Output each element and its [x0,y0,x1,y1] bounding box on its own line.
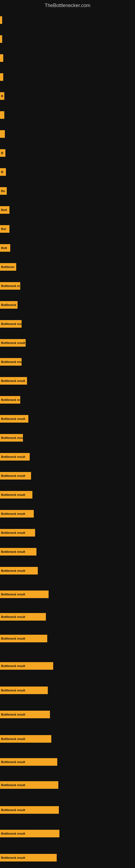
bar-label: Bottleneck result [1,832,25,835]
bar-label: Bottleneck result [1,474,25,477]
bar-item [0,130,5,138]
bar-label: Bottleneck result [1,593,25,596]
bar-label: Bottleneck result [1,341,25,344]
bar-label: Bottleneck resu [1,436,23,439]
bar-label: Bottleneck re [1,398,20,401]
bar-item [0,111,4,119]
bar-label: Bottleneck re [1,284,20,287]
bar-label: B [1,151,3,155]
bar-item: Bottleneck result [0,548,37,556]
bar-item: Bottleneck resu [0,434,23,442]
bar-item: Bottleneck res [0,320,21,328]
bar-label: Bottleneck res [1,322,21,326]
bar-item: Bottleneck result [0,711,50,718]
bar-item: Bottleneck result [0,377,27,384]
bar-item: Bottleneck res [0,358,21,366]
bar-label: Bottleneck result [1,379,25,382]
bar-item: Bottleneck result [0,613,46,621]
bar-label: Bottleneck result [1,512,25,516]
bar-label: Bottleneck result [1,783,25,786]
bar-item: Bo [0,187,7,195]
bar-label: Bottleneck result [1,713,25,716]
bar-item: Bottleneck [0,301,17,309]
bar-label: Bottleneck result [1,569,25,572]
bar-item: Bottleneck result [0,472,31,479]
bar-item [0,35,2,43]
bar-item: Bottleneck result [0,415,28,423]
bar-item: Bottleneck re [0,282,20,290]
site-title: TheBottlenecker.com [0,0,135,10]
bar-item: Bottleneck result [0,735,51,743]
bar-item: Bottleneck result [0,806,59,814]
bar-label: Bottleneck res [1,360,21,364]
bar-label: Bottleneck result [1,737,25,741]
bar-label: Bottleneck result [1,664,25,668]
bar-item: Bottleneck result [0,529,35,536]
bar-label: Bottleneck result [1,455,25,458]
bar-label: Bottleneck result [1,493,25,496]
bar-item: Bottleneck result [0,567,38,575]
bar-item: B [0,92,4,100]
bar-label: Bott [1,208,7,212]
chart-area: TheBottlenecker.com BBBBoBottBotBottBott… [0,0,135,868]
bar-item [0,54,3,62]
bar-label: Bo [1,189,5,193]
bar-item [0,16,2,24]
bar-label: Bottleneck result [1,615,25,618]
bar-item: Bottleneck result [0,758,57,766]
bar-item: Bottleneck re [0,396,20,404]
bar-item: Bott [0,206,9,214]
bar-item: Bottleneck result [0,830,59,837]
bar-label: B [1,94,3,98]
bar-label: Bottlenec [1,265,14,269]
bar-label: B [1,170,3,174]
bar-item: Bot [0,225,9,233]
bar-item: Bottleneck result [0,635,47,642]
bar-item: Bottleneck result [0,590,49,598]
bar-label: Bottleneck result [1,856,25,859]
bar-item: Bottleneck result [0,453,30,461]
bar-label: Bott [1,246,7,250]
bar-label: Bottleneck result [1,808,25,812]
bar-item: Bottleneck result [0,662,53,670]
bar-label: Bottleneck result [1,760,25,764]
bar-item: B [0,149,5,157]
bar-item: Bottleneck result [0,491,32,499]
bar-item: Bottleneck result [0,781,58,789]
bar-label: Bottleneck [1,303,16,307]
bar-item [0,73,3,81]
bar-item: Bottleneck result [0,854,57,862]
bar-item: Bottleneck result [0,510,34,518]
bar-label: Bot [1,227,6,230]
bar-item: B [0,168,6,176]
bar-label: Bottleneck result [1,689,25,692]
bar-label: Bottleneck result [1,637,25,640]
bar-item: Bottleneck result [0,339,26,347]
bar-label: Bottleneck result [1,550,25,553]
bar-label: Bottleneck result [1,531,25,534]
bar-item: Bott [0,244,10,252]
bar-item: Bottlenec [0,263,16,271]
bar-item: Bottleneck result [0,686,48,694]
bar-label: Bottleneck result [1,417,25,421]
